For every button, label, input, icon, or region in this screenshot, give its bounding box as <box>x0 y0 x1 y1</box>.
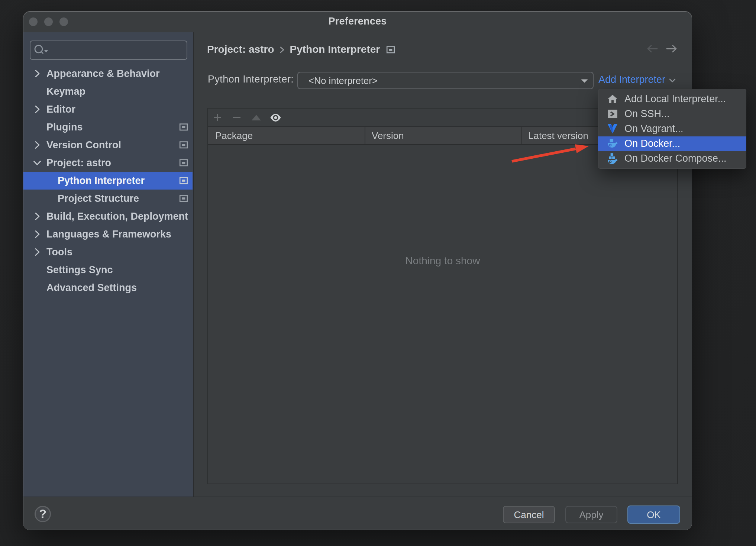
breadcrumb: Project: astro Python Interpreter <box>207 43 395 56</box>
menu-item-on-vagrant[interactable]: On Vagrant... <box>598 121 746 136</box>
plus-icon <box>213 113 222 122</box>
menu-item-icon <box>607 122 618 135</box>
sidebar-item-appearance-behavior[interactable]: Appearance & Behavior <box>23 65 193 83</box>
sidebar-item-languages-frameworks[interactable]: Languages & Frameworks <box>23 225 193 243</box>
sidebar-item-editor[interactable]: Editor <box>23 100 193 118</box>
home-icon <box>607 94 618 104</box>
sidebar-item-label: Build, Execution, Deployment <box>46 211 188 222</box>
add-package-button[interactable] <box>212 112 223 123</box>
sidebar-item-project-astro[interactable]: Project: astro <box>23 154 193 172</box>
settings-tree: Appearance & Behavior Keymap Editor Plug… <box>23 65 193 297</box>
python-interpreter-label: Python Interpreter: <box>208 74 294 85</box>
sidebar-item-label: Keymap <box>46 86 85 97</box>
packages-table-body: Nothing to show <box>208 145 677 483</box>
empty-table-message: Nothing to show <box>208 255 677 267</box>
sidebar-item-label: Project Structure <box>58 193 139 204</box>
triangle-up-icon <box>252 115 261 120</box>
column-header-package[interactable]: Package <box>208 127 365 144</box>
selected-interpreter-value: <No interpreter> <box>308 75 378 86</box>
chevron-down-icon <box>33 159 41 167</box>
help-button[interactable]: ? <box>35 506 51 522</box>
menu-item-label: On SSH... <box>624 108 670 120</box>
menu-item-on-docker-compose[interactable]: On Docker Compose... <box>598 151 746 166</box>
chevron-right-icon <box>33 141 41 149</box>
preferences-window: Preferences Appearance & Behavior <box>23 11 692 530</box>
sidebar-item-label: Project: astro <box>46 157 111 169</box>
ok-button[interactable]: OK <box>627 505 680 524</box>
settings-sidebar: Appearance & Behavior Keymap Editor Plug… <box>23 32 194 497</box>
sidebar-item-label: Plugins <box>46 122 83 133</box>
add-interpreter-menu: Add Local Interpreter... On SSH... On Va… <box>598 89 746 169</box>
breadcrumb-python-interpreter: Python Interpreter <box>290 43 380 55</box>
menu-item-on-docker[interactable]: On Docker... <box>598 136 746 151</box>
window-titlebar: Preferences <box>23 12 692 32</box>
sidebar-item-plugins[interactable]: Plugins <box>23 118 193 136</box>
sidebar-item-tools[interactable]: Tools <box>23 243 193 261</box>
dropdown-arrow-icon <box>581 79 588 83</box>
sidebar-item-build-execution-deployment[interactable]: Build, Execution, Deployment <box>23 207 193 225</box>
cancel-button[interactable]: Cancel <box>503 506 555 523</box>
menu-item-label: On Vagrant... <box>624 123 684 135</box>
settings-window-icon <box>179 159 188 167</box>
apply-button[interactable]: Apply <box>565 506 617 523</box>
sidebar-item-label: Languages & Frameworks <box>46 229 171 240</box>
vagrant-icon <box>608 123 617 134</box>
back-icon[interactable] <box>647 43 658 54</box>
sidebar-item-label: Python Interpreter <box>58 175 145 187</box>
sidebar-item-label: Tools <box>46 246 72 258</box>
docker-compose-icon <box>607 152 618 165</box>
chevron-right-icon <box>33 212 41 220</box>
settings-window-icon <box>179 123 188 131</box>
menu-item-icon <box>607 107 618 120</box>
show-early-releases-button[interactable] <box>270 112 281 123</box>
sidebar-item-label: Version Control <box>46 139 121 151</box>
docker-icon <box>607 138 618 150</box>
sidebar-item-label: Editor <box>46 104 75 115</box>
menu-item-icon <box>607 138 618 150</box>
search-icon <box>34 44 57 58</box>
menu-item-on-ssh[interactable]: On SSH... <box>598 106 746 121</box>
remove-package-button[interactable] <box>231 112 242 123</box>
sidebar-item-keymap[interactable]: Keymap <box>23 83 193 100</box>
sidebar-item-settings-sync[interactable]: Settings Sync <box>23 261 193 279</box>
chevron-right-icon <box>279 46 285 54</box>
menu-item-add-local-interpreter[interactable]: Add Local Interpreter... <box>598 91 746 106</box>
settings-window-icon <box>179 177 188 185</box>
window-title: Preferences <box>23 12 692 32</box>
menu-item-label: On Docker... <box>624 138 680 149</box>
sidebar-item-label: Advanced Settings <box>46 282 137 294</box>
menu-item-label: On Docker Compose... <box>624 153 727 164</box>
ssh-terminal-icon <box>608 110 617 118</box>
sidebar-item-python-interpreter[interactable]: Python Interpreter <box>23 172 193 190</box>
desktop-background: Preferences Appearance & Behavior <box>0 0 756 546</box>
sidebar-item-label: Appearance & Behavior <box>46 68 160 80</box>
chevron-right-icon <box>33 105 41 113</box>
sidebar-item-label: Settings Sync <box>46 264 113 276</box>
eye-icon <box>270 114 281 122</box>
settings-search-input[interactable] <box>30 41 187 60</box>
settings-window-icon <box>386 46 395 54</box>
menu-item-icon <box>607 93 618 105</box>
add-interpreter-label: Add Interpreter <box>598 74 665 85</box>
add-interpreter-button[interactable]: Add Interpreter <box>598 74 676 85</box>
chevron-down-icon <box>668 78 676 83</box>
sidebar-item-project-structure[interactable]: Project Structure <box>23 190 193 207</box>
chevron-right-icon <box>33 70 41 78</box>
settings-window-icon <box>179 141 188 149</box>
dialog-footer: ? Cancel Apply OK <box>23 497 692 530</box>
dialog-body: Appearance & Behavior Keymap Editor Plug… <box>23 32 692 497</box>
menu-item-icon <box>607 152 618 165</box>
sidebar-item-version-control[interactable]: Version Control <box>23 136 193 154</box>
menu-item-label: Add Local Interpreter... <box>624 93 726 105</box>
minus-icon <box>233 116 240 119</box>
upgrade-package-button[interactable] <box>251 112 262 123</box>
history-nav <box>647 43 677 54</box>
sidebar-item-advanced-settings[interactable]: Advanced Settings <box>23 279 193 297</box>
breadcrumb-project[interactable]: Project: astro <box>207 43 274 55</box>
chevron-right-icon <box>33 230 41 238</box>
forward-icon[interactable] <box>666 43 677 54</box>
column-header-version[interactable]: Version <box>365 127 522 144</box>
python-interpreter-select[interactable]: <No interpreter> <box>297 72 594 89</box>
chevron-right-icon <box>33 248 41 256</box>
settings-window-icon <box>179 194 188 203</box>
